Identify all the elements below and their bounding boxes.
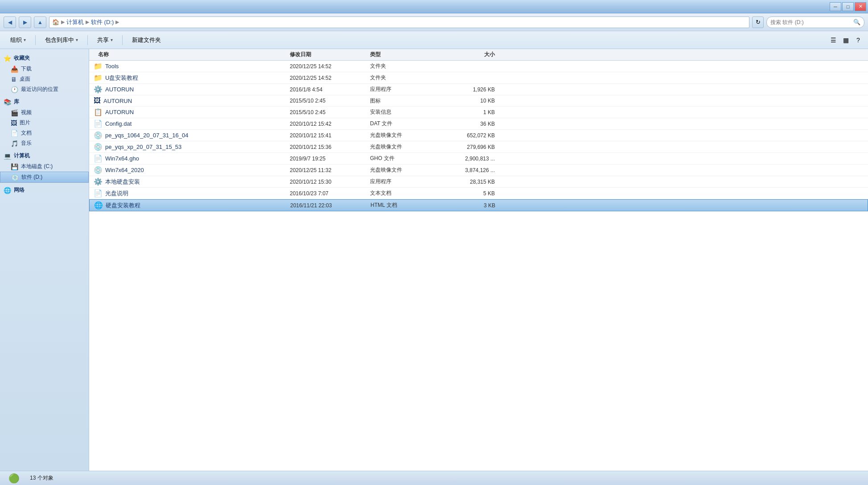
file-name: AUTORUN	[105, 86, 134, 93]
organize-dropdown-icon: ▾	[24, 37, 26, 42]
sidebar-item-download[interactable]: 📥 下载	[0, 64, 89, 74]
sidebar-item-music[interactable]: 🎵 音乐	[0, 138, 89, 148]
drive-c-icon: 💾	[11, 163, 18, 170]
forward-button[interactable]: ▶	[19, 16, 31, 28]
file-size: 5 KB	[441, 190, 504, 197]
column-type[interactable]: 类型	[370, 51, 441, 58]
file-name-cell: 📄 光盘说明	[89, 189, 290, 197]
favorites-header[interactable]: ⭐ 收藏夹	[0, 53, 89, 64]
sidebar-item-documents[interactable]: 📄 文档	[0, 128, 89, 138]
refresh-button[interactable]: ↻	[752, 16, 764, 28]
library-header[interactable]: 📚 库	[0, 96, 89, 107]
file-name: Win7x64.gho	[105, 155, 139, 162]
file-name: Win7x64_2020	[105, 167, 144, 173]
file-name-cell: 📁 U盘安装教程	[89, 74, 290, 82]
file-type: 光盘映像文件	[370, 132, 441, 139]
sidebar-item-pictures[interactable]: 🖼 图片	[0, 118, 89, 128]
share-button[interactable]: 共享 ▾	[91, 34, 119, 46]
table-row[interactable]: 🌐 硬盘安装教程 2016/11/21 22:03 HTML 文档 3 KB	[89, 199, 868, 211]
file-type: HTML 文档	[370, 201, 442, 209]
search-input[interactable]	[770, 19, 852, 25]
sidebar-item-desktop-label: 桌面	[20, 75, 30, 83]
table-row[interactable]: 📋 AUTORUN 2015/5/10 2:45 安装信息 1 KB	[89, 107, 868, 118]
address-bar: ◀ ▶ ▲ 🏠 ▶ 计算机 ▶ 软件 (D:) ▶ ↻ 🔍	[0, 13, 868, 31]
table-row[interactable]: 📄 Win7x64.gho 2019/9/7 19:25 GHO 文件 2,90…	[89, 153, 868, 164]
window-controls: ─ □ ✕	[830, 2, 866, 11]
documents-icon: 📄	[11, 130, 18, 137]
table-row[interactable]: 🖼 AUTORUN 2015/5/10 2:45 图标 10 KB	[89, 95, 868, 107]
up-button[interactable]: ▲	[34, 16, 46, 28]
table-row[interactable]: 💿 pe_yqs_xp_20_07_31_15_53 2020/10/12 15…	[89, 141, 868, 153]
column-size[interactable]: 大小	[441, 51, 504, 58]
maximize-button[interactable]: □	[842, 2, 854, 11]
sidebar-item-desktop[interactable]: 🖥 桌面	[0, 74, 89, 84]
sidebar-item-music-label: 音乐	[21, 140, 32, 147]
file-name-cell: 💿 pe_yqs_1064_20_07_31_16_04	[89, 131, 290, 140]
breadcrumb-computer[interactable]: 计算机	[66, 18, 84, 26]
sidebar-item-drive-c-label: 本地磁盘 (C:)	[21, 163, 53, 170]
table-row[interactable]: ⚙️ 本地硬盘安装 2020/10/12 15:30 应用程序 28,315 K…	[89, 176, 868, 188]
sidebar-item-recent[interactable]: 🕐 最近访问的位置	[0, 84, 89, 95]
library-section: 📚 库 🎬 视频 🖼 图片 📄 文档 🎵 音乐	[0, 96, 89, 148]
file-date: 2015/5/10 2:45	[290, 98, 370, 104]
table-row[interactable]: 📄 光盘说明 2016/10/23 7:07 文本文档 5 KB	[89, 188, 868, 199]
view-controls: ☰ ▦ ?	[828, 35, 864, 45]
file-size: 279,696 KB	[441, 144, 504, 150]
download-icon: 📥	[11, 66, 18, 73]
file-date: 2016/11/21 22:03	[290, 202, 370, 209]
new-folder-button[interactable]: 新建文件夹	[126, 34, 167, 46]
organize-button[interactable]: 组织 ▾	[4, 34, 32, 46]
new-folder-label: 新建文件夹	[132, 36, 161, 44]
file-date: 2016/10/23 7:07	[290, 190, 370, 197]
view-mode-button[interactable]: ☰	[828, 35, 839, 45]
breadcrumb-sep-2: ▶	[86, 19, 89, 25]
toolbar-sep-2	[87, 35, 88, 45]
computer-section: 💻 计算机 💾 本地磁盘 (C:) 💿 软件 (D:)	[0, 150, 89, 183]
table-row[interactable]: 💿 pe_yqs_1064_20_07_31_16_04 2020/10/12 …	[89, 130, 868, 141]
preview-pane-button[interactable]: ▦	[840, 35, 851, 45]
file-date: 2020/10/12 15:41	[290, 132, 370, 139]
file-date: 2019/9/7 19:25	[290, 156, 370, 162]
include-library-button[interactable]: 包含到库中 ▾	[39, 34, 84, 46]
table-row[interactable]: 📁 Tools 2020/12/25 14:52 文件夹	[89, 61, 868, 72]
breadcrumb-home-icon[interactable]: 🏠	[52, 19, 59, 25]
breadcrumb-sep-3: ▶	[115, 19, 119, 25]
file-type-icon: 💿	[94, 131, 103, 140]
sidebar-item-video[interactable]: 🎬 视频	[0, 107, 89, 118]
file-name-cell: 💿 Win7x64_2020	[89, 166, 290, 174]
file-size: 3,874,126 ...	[441, 167, 504, 173]
drive-d-icon: 💿	[11, 174, 19, 181]
back-button[interactable]: ◀	[4, 16, 16, 28]
column-date[interactable]: 修改日期	[290, 51, 370, 58]
network-header[interactable]: 🌐 网络	[0, 185, 89, 196]
desktop-icon: 🖥	[11, 76, 17, 83]
computer-header[interactable]: 💻 计算机	[0, 150, 89, 161]
table-row[interactable]: 💿 Win7x64_2020 2020/12/25 11:32 光盘映像文件 3…	[89, 164, 868, 176]
breadcrumb-drive[interactable]: 软件 (D:)	[91, 18, 114, 26]
file-type: 应用程序	[370, 178, 441, 185]
file-type-icon: 💿	[94, 166, 103, 174]
table-row[interactable]: ⚙️ AUTORUN 2016/1/8 4:54 应用程序 1,926 KB	[89, 84, 868, 95]
toolbar-sep-3	[122, 35, 123, 45]
table-row[interactable]: 📄 Config.dat 2020/10/12 15:42 DAT 文件 36 …	[89, 118, 868, 130]
file-name: pe_yqs_1064_20_07_31_16_04	[105, 132, 189, 139]
video-icon: 🎬	[11, 109, 18, 116]
status-count: 13 个对象	[30, 474, 53, 482]
search-box[interactable]: 🔍	[766, 16, 864, 28]
column-name[interactable]: 名称	[89, 51, 290, 58]
help-button[interactable]: ?	[853, 35, 864, 45]
file-type: 文件夹	[370, 74, 441, 82]
close-button[interactable]: ✕	[855, 2, 866, 11]
file-size: 1,926 KB	[441, 86, 504, 93]
recent-icon: 🕐	[11, 86, 18, 93]
sidebar-item-drive-c[interactable]: 💾 本地磁盘 (C:)	[0, 161, 89, 172]
share-label: 共享	[97, 36, 109, 44]
table-row[interactable]: 📁 U盘安装教程 2020/12/25 14:52 文件夹	[89, 72, 868, 84]
file-name-cell: ⚙️ 本地硬盘安装	[89, 177, 290, 186]
minimize-button[interactable]: ─	[830, 2, 841, 11]
sidebar-item-drive-d-label: 软件 (D:)	[21, 173, 42, 181]
file-date: 2020/10/12 15:42	[290, 121, 370, 127]
file-type: 文本文档	[370, 189, 441, 197]
sidebar-item-recent-label: 最近访问的位置	[21, 86, 58, 93]
sidebar-item-drive-d[interactable]: 💿 软件 (D:)	[0, 172, 89, 183]
